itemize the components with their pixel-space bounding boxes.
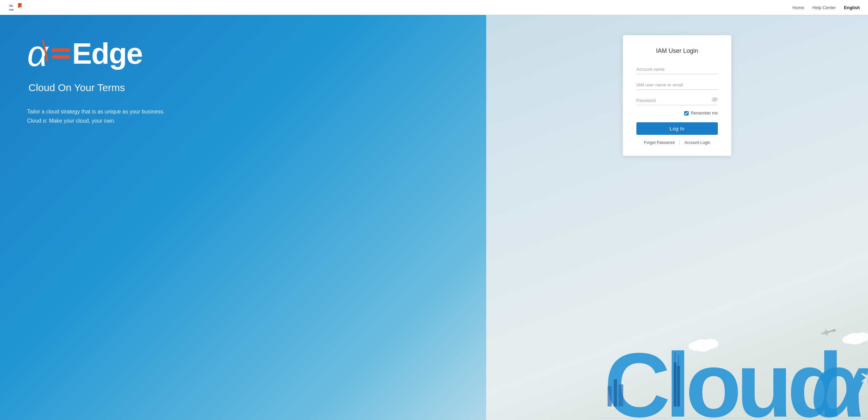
forgot-password-link[interactable]: Forgot Password <box>639 140 679 145</box>
alpha-symbol: α <box>27 35 48 72</box>
svg-point-24 <box>688 342 702 351</box>
account-name-group <box>636 64 718 74</box>
svg-marker-29 <box>832 328 837 332</box>
account-name-input[interactable] <box>636 64 718 74</box>
logo-area: TM ONE <box>8 2 24 13</box>
edge-text: Edge <box>50 39 142 68</box>
remember-row: Remember me <box>636 111 718 115</box>
svg-rect-12 <box>674 362 676 406</box>
login-title: IAM User Login <box>636 47 718 55</box>
svg-point-27 <box>842 336 854 344</box>
toggle-password-icon[interactable] <box>712 97 718 103</box>
svg-point-23 <box>704 339 718 349</box>
account-login-link[interactable]: Account Login <box>680 140 715 145</box>
svg-text:α: α <box>811 334 868 420</box>
remember-checkbox[interactable] <box>684 111 689 115</box>
edge-bars <box>52 48 70 59</box>
iam-user-input[interactable] <box>636 80 718 90</box>
edge-label: Edge <box>72 39 142 68</box>
svg-text:TM: TM <box>9 5 13 7</box>
topnav: TM ONE Home Help Center English <box>0 0 868 15</box>
left-panel: α Edge Cloud On Your Terms Tailor a clou… <box>0 15 486 420</box>
login-card: IAM User Login Remember <box>623 35 731 156</box>
svg-rect-13 <box>677 366 680 406</box>
nav-help[interactable]: Help Center <box>812 5 836 10</box>
svg-rect-9 <box>608 386 612 406</box>
nav-language[interactable]: English <box>844 5 860 10</box>
login-button[interactable]: Log In <box>636 122 718 135</box>
description: Tailor a cloud strategy that is as uniqu… <box>27 107 197 125</box>
brand-logo: α Edge <box>27 35 459 72</box>
svg-rect-10 <box>614 379 617 406</box>
svg-text:Cloud: Cloud <box>604 334 838 420</box>
password-input[interactable] <box>636 95 718 105</box>
tmone-logo: TM ONE <box>8 2 24 13</box>
svg-rect-11 <box>618 384 623 406</box>
main-page: α Edge Cloud On Your Terms Tailor a clou… <box>0 0 868 420</box>
svg-text:ONE: ONE <box>9 8 14 11</box>
description-line1: Tailor a cloud strategy that is as uniqu… <box>27 109 165 114</box>
nav-links: Home Help Center English <box>792 5 860 10</box>
remember-label: Remember me <box>691 111 717 115</box>
right-panel: IAM User Login Remember <box>486 15 868 420</box>
password-group <box>636 95 718 105</box>
nav-home[interactable]: Home <box>792 5 804 10</box>
iam-user-group <box>636 80 718 90</box>
city-svg: Cloud α <box>601 318 868 420</box>
tagline: Cloud On Your Terms <box>28 82 459 93</box>
bottom-links: Forgot Password Account Login <box>636 140 718 145</box>
description-line2: Cloud α: Make your cloud, your own. <box>27 118 115 124</box>
bottom-illustration: Cloud α <box>601 318 868 420</box>
